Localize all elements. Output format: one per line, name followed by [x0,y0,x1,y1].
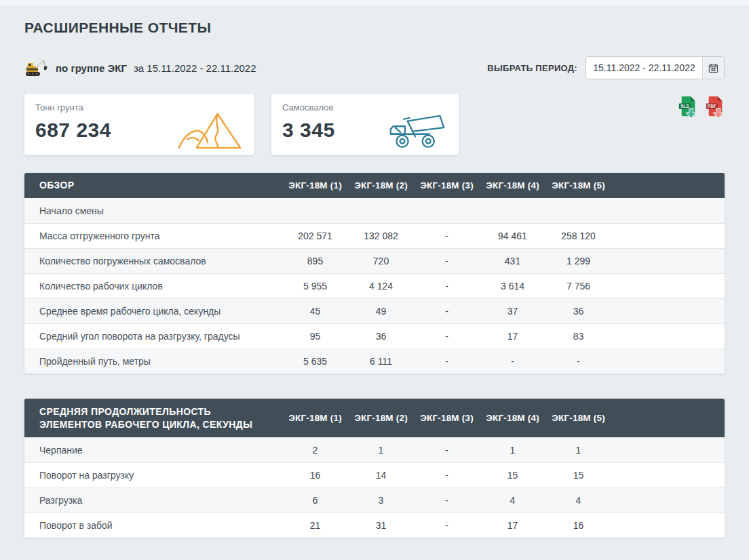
stat-value: 687 234 [35,119,111,142]
period-input[interactable] [586,57,702,79]
table-row: Поворот в забой2131-1716 [24,513,725,538]
cell-value: 16 [282,470,348,481]
row-label: Поворот в забой [24,520,282,531]
cell-value: 6 111 [348,356,414,367]
row-label: Поворот на разгрузку [24,470,282,481]
cycle-duration-table: СРЕДНЯЯ ПРОДОЛЖИТЕЛЬНОСТЬ ЭЛЕМЕНТОВ РАБО… [24,399,725,538]
export-xls-button[interactable]: XLS [678,96,697,120]
column-header: ЭКГ-18М (1) [282,180,348,191]
table-row: Начало смены [24,198,725,223]
column-header: ЭКГ-18М (3) [414,413,480,423]
calendar-button[interactable] [702,57,724,79]
table-header: ОБЗОР ЭКГ-18М (1) ЭКГ-18М (2) ЭКГ-18М (3… [24,173,725,198]
report-scope: по группе ЭКГ за 15.11.2022 - 22.11.2022 [24,58,256,77]
period-date-group [585,56,725,79]
column-header: ЭКГ-18М (4) [480,180,545,191]
column-header: ЭКГ-18М (4) [480,413,545,423]
cell-value: 83 [545,331,611,342]
table-row: Черпание21-11 [24,437,725,462]
column-header: ЭКГ-18М (3) [414,180,480,191]
cell-value: - [414,495,480,506]
stat-label: Тонн грунта [35,102,111,113]
table-row: Поворот на разгрузку1614-1515 [24,462,725,487]
cell-value: 94 461 [480,231,545,241]
table-row: Количество рабочих циклов5 9554 124-3 61… [24,273,725,298]
cell-value: - [545,356,611,367]
table-title: ОБЗОР [24,179,282,192]
cell-value: 4 124 [348,281,414,292]
table-row: Разгрузка63-44 [24,487,725,513]
cell-value: 132 082 [348,231,414,241]
table-body: Начало сменыМасса отгруженного грунта202… [24,198,725,374]
report-subheader: по группе ЭКГ за 15.11.2022 - 22.11.2022… [24,56,725,79]
cell-value: - [414,520,480,531]
row-label: Средний угол поворота на разгрузку, град… [24,331,282,342]
cell-value: 5 955 [282,281,348,292]
page-top-strip [0,0,749,5]
export-pdf-button[interactable]: PDF [706,96,725,120]
cell-value: 2 [282,445,348,456]
cell-value: 1 [480,445,545,456]
export-buttons: XLS PDF [678,94,725,120]
cell-value: 14 [348,470,414,481]
stat-card-trucks: Самосвалов 3 345 [271,94,459,155]
cell-value: 37 [480,306,545,317]
period-picker: ВЫБРАТЬ ПЕРИОД: [487,56,725,79]
report-period-label: за 15.11.2022 - 22.11.2022 [134,62,256,74]
cell-value: 49 [348,306,414,317]
svg-text:XLS: XLS [680,104,689,108]
cell-value: 21 [282,520,348,531]
cell-value: 3 [348,495,414,506]
reports-page: РАСШИРЕННЫЕ ОТЧЕТЫ по группе ЭКГ за 15.1… [0,20,749,538]
excavator-photo-icon [24,58,49,77]
column-header: ЭКГ-18М (2) [348,180,414,191]
overview-table: ОБЗОР ЭКГ-18М (1) ЭКГ-18М (2) ЭКГ-18М (3… [24,173,725,374]
row-label: Разгрузка [24,495,282,506]
cell-value: 431 [480,256,545,266]
calendar-icon [708,63,718,73]
cell-value: - [414,356,480,367]
dump-truck-icon [388,111,446,150]
row-label: Черпание [24,445,282,456]
cell-value: 1 [545,445,611,456]
cell-value: 31 [348,520,414,531]
cell-value: 5 635 [282,356,348,367]
cell-value: - [414,470,480,481]
cell-value: - [414,231,480,241]
cell-value: 4 [480,495,545,506]
cell-value: 895 [282,256,348,266]
cell-value: 16 [545,520,611,531]
cell-value: 15 [545,470,611,481]
row-label: Масса отгруженного грунта [24,231,282,241]
cell-value: - [414,306,480,317]
cell-value: 17 [480,520,545,531]
cell-value: - [414,331,480,342]
pdf-download-icon: PDF [706,112,725,122]
row-label: Количество погруженных самосвалов [24,256,282,266]
cell-value: 36 [348,331,414,342]
period-picker-label: ВЫБРАТЬ ПЕРИОД: [487,63,577,73]
table-row: Пройденный путь, метры5 6356 111--- [24,348,725,374]
ore-pile-icon [177,109,242,150]
stat-label: Самосвалов [282,102,335,113]
table-body: Черпание21-11Поворот на разгрузку1614-15… [24,437,725,538]
table-header: СРЕДНЯЯ ПРОДОЛЖИТЕЛЬНОСТЬ ЭЛЕМЕНТОВ РАБО… [24,399,725,437]
cell-value: 6 [282,495,348,506]
stat-value: 3 345 [282,119,335,142]
table-row: Средний угол поворота на разгрузку, град… [24,323,725,348]
cell-value: 15 [480,470,545,481]
column-header: ЭКГ-18М (5) [545,180,611,191]
column-header: ЭКГ-18М (1) [282,413,348,423]
table-row: Среднее время рабочего цикла, секунды454… [24,298,725,323]
svg-text:PDF: PDF [708,104,716,108]
xls-download-icon: XLS [678,112,697,122]
cell-value: 1 299 [545,256,611,266]
cell-value: 17 [480,331,545,342]
table-row: Количество погруженных самосвалов895720-… [24,248,725,273]
row-label: Начало смены [24,205,282,216]
cell-value: 202 571 [282,231,348,241]
cell-value: 720 [348,256,414,266]
column-header: ЭКГ-18М (2) [348,413,414,423]
cell-value: 36 [545,306,611,317]
cell-value: 3 614 [480,281,545,292]
